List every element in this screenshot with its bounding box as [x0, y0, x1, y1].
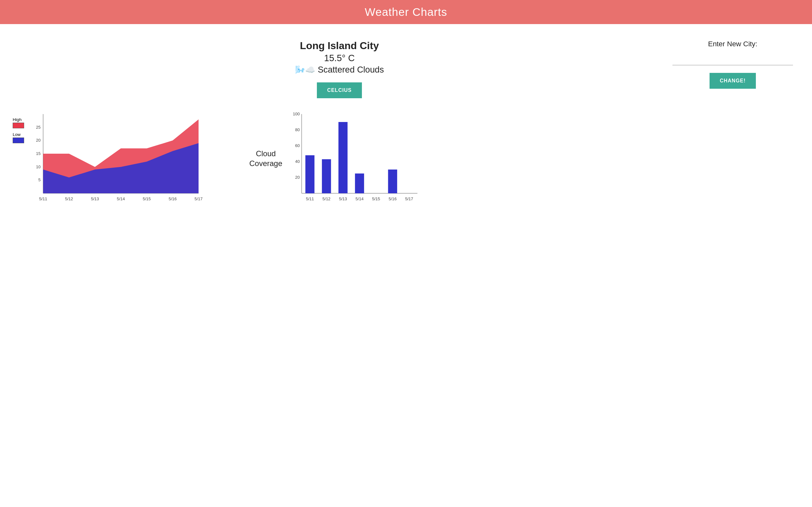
low-legend-label: Low — [13, 132, 20, 137]
temp-chart-svg: 5101520255/115/125/135/145/155/165/17 — [27, 108, 205, 209]
low-legend-item: Low — [13, 132, 24, 143]
svg-text:5/16: 5/16 — [389, 196, 397, 201]
svg-text:25: 25 — [36, 125, 41, 130]
svg-text:20: 20 — [36, 138, 41, 143]
high-legend-label: High — [13, 117, 21, 122]
svg-text:5/15: 5/15 — [143, 196, 151, 201]
svg-text:5/12: 5/12 — [65, 196, 73, 201]
svg-text:5/11: 5/11 — [306, 196, 314, 201]
cloud-chart-label: CloudCoverage — [249, 149, 282, 168]
svg-text:5/13: 5/13 — [91, 196, 99, 201]
right-panel: Enter New City: CHANGE! — [672, 37, 793, 98]
svg-text:5/16: 5/16 — [169, 196, 177, 201]
charts-section: High Low 5101520255/115/125/135/145/155/… — [0, 105, 812, 223]
enter-city-label: Enter New City: — [672, 40, 793, 48]
svg-rect-25 — [339, 122, 348, 193]
svg-text:60: 60 — [295, 143, 300, 148]
svg-text:5/12: 5/12 — [322, 196, 331, 201]
app-header: Weather Charts — [0, 0, 812, 24]
svg-rect-26 — [355, 174, 364, 193]
svg-text:40: 40 — [295, 159, 300, 164]
cloud-icon: 🌬️☁️ — [295, 65, 315, 74]
temp-chart-wrapper: High Low 5101520255/115/125/135/145/155/… — [13, 108, 205, 210]
main-top-section: Long Island City 15.5° C 🌬️☁️ Scattered … — [0, 24, 812, 105]
svg-text:5/17: 5/17 — [405, 196, 413, 201]
city-name: Long Island City — [295, 40, 384, 52]
unit-toggle-button[interactable]: CELCIUS — [317, 82, 362, 98]
svg-text:5/13: 5/13 — [339, 196, 347, 201]
svg-text:5/17: 5/17 — [194, 196, 202, 201]
legend: High Low — [13, 117, 24, 143]
svg-text:5/14: 5/14 — [356, 196, 363, 201]
cloud-chart-svg: 204060801005/115/125/135/145/155/165/17 — [287, 108, 420, 209]
high-legend-item: High — [13, 117, 24, 128]
svg-text:15: 15 — [36, 151, 41, 156]
city-temperature: 15.5° C — [295, 53, 384, 63]
svg-text:5/14: 5/14 — [117, 196, 125, 201]
left-panel: Long Island City 15.5° C 🌬️☁️ Scattered … — [19, 37, 660, 98]
svg-text:100: 100 — [293, 112, 300, 116]
header-title: Weather Charts — [365, 6, 447, 18]
high-legend-color — [13, 123, 24, 128]
change-btn-wrapper: CHANGE! — [672, 73, 793, 89]
svg-text:5: 5 — [38, 177, 41, 182]
low-legend-color — [13, 137, 24, 143]
temp-chart-area: 5101520255/115/125/135/145/155/165/17 — [27, 108, 205, 210]
svg-rect-27 — [388, 170, 397, 193]
cloud-chart-wrapper: CloudCoverage 204060801005/115/125/135/1… — [249, 108, 420, 209]
svg-text:5/15: 5/15 — [372, 196, 380, 201]
condition-text: Scattered Clouds — [318, 65, 384, 75]
svg-rect-23 — [305, 155, 315, 193]
change-city-button[interactable]: CHANGE! — [710, 73, 756, 89]
svg-text:5/11: 5/11 — [39, 196, 47, 201]
svg-rect-24 — [322, 159, 331, 193]
city-condition: 🌬️☁️ Scattered Clouds — [295, 65, 384, 75]
svg-text:20: 20 — [295, 175, 300, 180]
city-input[interactable] — [672, 55, 793, 65]
city-info: Long Island City 15.5° C 🌬️☁️ Scattered … — [295, 40, 384, 75]
svg-text:80: 80 — [295, 127, 300, 132]
svg-text:10: 10 — [36, 164, 41, 169]
